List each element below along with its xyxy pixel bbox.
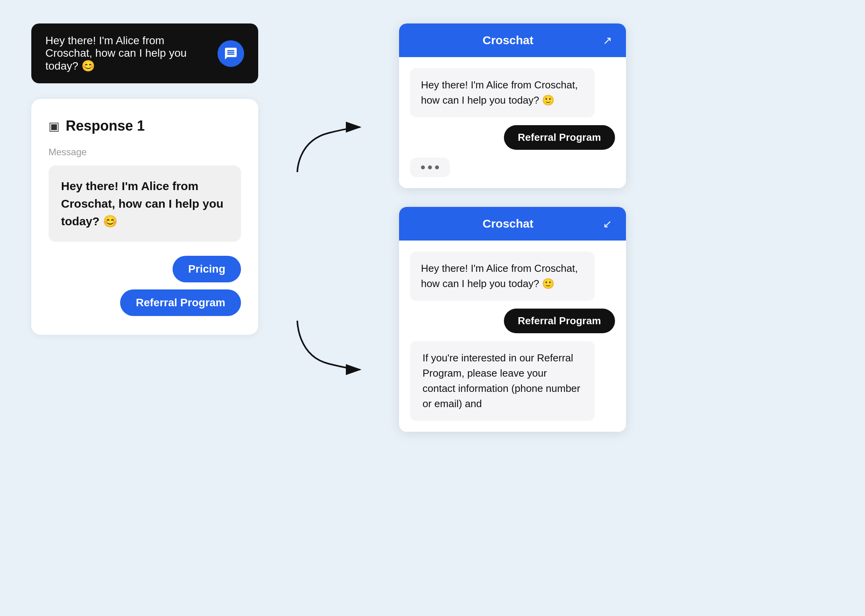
- chat-referral-response-text: If you're interested in our Referral Pro…: [421, 350, 584, 411]
- chat-top-message-bubble: Hey there! I'm Alice from Croschat, how …: [410, 68, 595, 117]
- referral-program-button[interactable]: Referral Program: [120, 289, 241, 316]
- pricing-button[interactable]: Pricing: [173, 256, 241, 282]
- chat-top-quick-reply[interactable]: Referral Program: [504, 125, 615, 150]
- response-title: Response 1: [66, 118, 145, 134]
- typing-dot-2: [428, 165, 432, 169]
- chat-widget-bottom-header: Croschat ↙: [399, 207, 626, 241]
- chat-referral-response-bubble: If you're interested in our Referral Pro…: [410, 341, 595, 421]
- chat-widget-top-title: Croschat: [413, 34, 603, 47]
- chat-bubble-icon: [224, 47, 238, 61]
- widget-preview-text: Hey there! I'm Alice from Croschat, how …: [45, 34, 210, 72]
- chat-widget-top-body: Hey there! I'm Alice from Croschat, how …: [399, 57, 626, 188]
- widget-chat-button[interactable]: [218, 40, 244, 67]
- widget-preview-bar: Hey there! I'm Alice from Croschat, how …: [31, 23, 258, 83]
- response-icon: ▣: [49, 119, 59, 133]
- chat-top-message-text: Hey there! I'm Alice from Croschat, how …: [421, 77, 584, 108]
- left-column: Hey there! I'm Alice from Croschat, how …: [31, 23, 258, 335]
- connector-svg: [290, 23, 368, 571]
- response-card-header: ▣ Response 1: [49, 118, 241, 134]
- expand-icon-bottom[interactable]: ↙: [603, 217, 612, 230]
- chat-widget-bottom: Croschat ↙ Hey there! I'm Alice from Cro…: [399, 207, 626, 432]
- chat-widget-top-header: Croschat ↗: [399, 23, 626, 57]
- chat-widget-bottom-title: Croschat: [413, 217, 603, 230]
- response-message-text: Hey there! I'm Alice from Croschat, how …: [61, 177, 228, 230]
- response-card: ▣ Response 1 Message Hey there! I'm Alic…: [31, 99, 258, 335]
- chat-bottom-quick-reply[interactable]: Referral Program: [504, 309, 615, 333]
- typing-dot-3: [435, 165, 439, 169]
- response-message-bubble: Hey there! I'm Alice from Croschat, how …: [49, 165, 241, 242]
- chat-widget-top: Croschat ↗ Hey there! I'm Alice from Cro…: [399, 23, 626, 188]
- expand-icon-top[interactable]: ↗: [603, 34, 612, 47]
- chat-bottom-message-bubble: Hey there! I'm Alice from Croschat, how …: [410, 251, 595, 301]
- connector-area: [290, 23, 368, 571]
- typing-dot-1: [421, 165, 425, 169]
- chat-typing-indicator: [410, 158, 450, 177]
- response-buttons: Pricing Referral Program: [49, 256, 241, 316]
- response-label: Message: [49, 147, 241, 158]
- main-container: Hey there! I'm Alice from Croschat, how …: [0, 0, 865, 616]
- chat-bottom-message-text: Hey there! I'm Alice from Croschat, how …: [421, 261, 584, 291]
- right-column: Croschat ↗ Hey there! I'm Alice from Cro…: [399, 23, 834, 432]
- chat-widget-bottom-body: Hey there! I'm Alice from Croschat, how …: [399, 241, 626, 432]
